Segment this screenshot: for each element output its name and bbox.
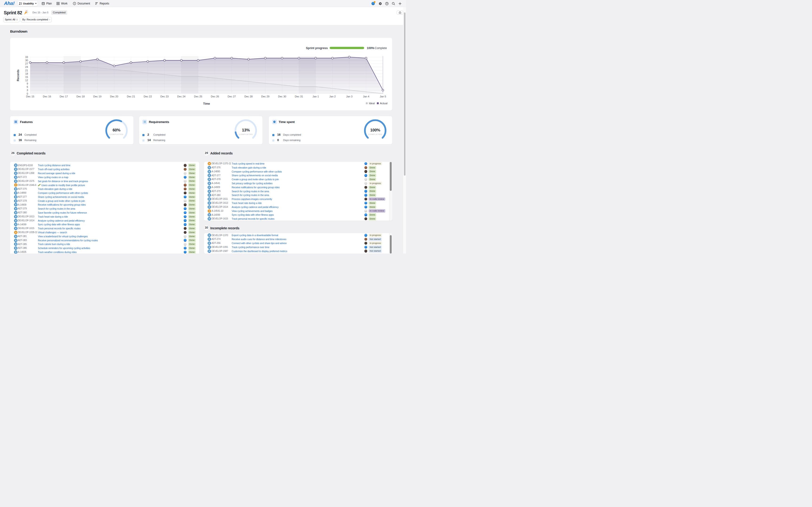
svg-text:0: 0 [27,92,28,95]
svg-text:24: 24 [25,65,28,68]
svg-text:Dec 30: Dec 30 [278,95,286,98]
svg-text:Dec 25: Dec 25 [194,95,202,98]
svg-text:Dec 29: Dec 29 [261,95,269,98]
svg-text:6: 6 [27,86,28,88]
svg-text:12: 12 [25,79,28,82]
svg-text:33: 33 [25,56,28,58]
svg-text:Jan 1: Jan 1 [312,95,319,98]
svg-text:Dec 31: Dec 31 [295,95,303,98]
svg-text:30: 30 [25,59,28,62]
svg-text:Dec 27: Dec 27 [228,95,236,98]
svg-text:Dec 19: Dec 19 [93,95,101,98]
svg-text:Jan 5: Jan 5 [380,95,386,98]
svg-text:3: 3 [27,89,28,92]
svg-text:27: 27 [25,62,28,65]
svg-text:Jan 2: Jan 2 [329,95,336,98]
svg-text:Dec 15: Dec 15 [26,95,34,98]
svg-text:Dec 22: Dec 22 [144,95,152,98]
svg-text:Dec 24: Dec 24 [177,95,185,98]
svg-text:Records: Records [16,69,20,81]
svg-text:Jan 3: Jan 3 [346,95,352,98]
svg-text:Jan 4: Jan 4 [363,95,369,98]
svg-text:15: 15 [25,75,28,78]
svg-text:Actual: Actual [380,102,388,105]
svg-text:Dec 26: Dec 26 [211,95,219,98]
svg-text:Dec 18: Dec 18 [77,95,85,98]
svg-text:Dec 23: Dec 23 [160,95,169,98]
svg-text:Complete: Complete [375,47,387,50]
svg-text:18: 18 [25,72,28,75]
svg-text:Ideal: Ideal [369,102,375,105]
svg-text:9: 9 [27,82,28,85]
svg-text:Time: Time [203,102,210,105]
svg-text:21: 21 [25,69,28,72]
svg-text:Sprint progress: Sprint progress [306,47,328,50]
svg-text:Dec 28: Dec 28 [244,95,253,98]
svg-text:100%: 100% [367,47,374,50]
svg-text:Dec 17: Dec 17 [60,95,68,98]
svg-text:Dec 16: Dec 16 [43,95,51,98]
svg-text:Dec 21: Dec 21 [127,95,135,98]
svg-text:Dec 20: Dec 20 [110,95,118,98]
